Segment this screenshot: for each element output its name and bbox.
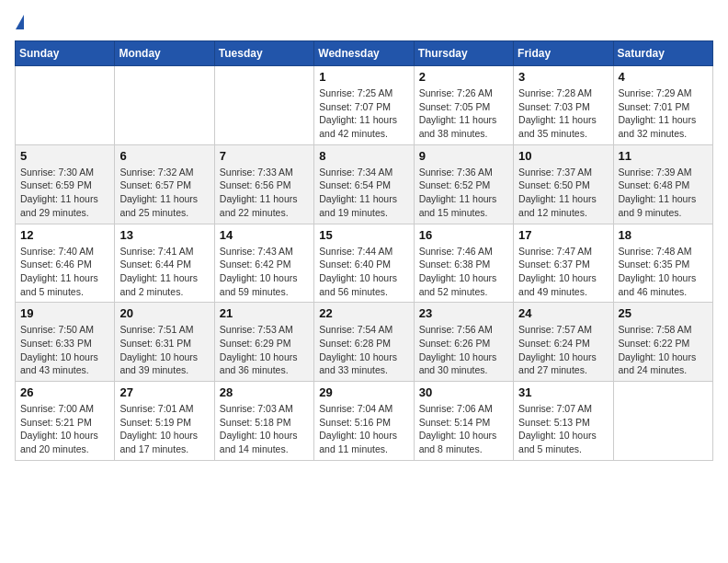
calendar-week-row: 5Sunrise: 7:30 AM Sunset: 6:59 PM Daylig… — [16, 144, 713, 224]
day-number: 25 — [619, 306, 708, 320]
calendar-cell: 25Sunrise: 7:58 AM Sunset: 6:22 PM Dayli… — [613, 303, 712, 382]
day-info: Sunrise: 7:01 AM Sunset: 5:19 PM Dayligh… — [119, 402, 209, 456]
calendar-week-row: 19Sunrise: 7:50 AM Sunset: 6:33 PM Dayli… — [16, 303, 713, 382]
calendar-cell: 4Sunrise: 7:29 AM Sunset: 7:01 PM Daylig… — [613, 66, 712, 145]
day-number: 21 — [220, 306, 309, 320]
day-number: 23 — [419, 306, 508, 320]
calendar-cell: 28Sunrise: 7:03 AM Sunset: 5:18 PM Dayli… — [214, 382, 313, 461]
day-info: Sunrise: 7:58 AM Sunset: 6:22 PM Dayligh… — [619, 323, 708, 377]
day-number: 11 — [619, 149, 708, 163]
calendar-cell: 29Sunrise: 7:04 AM Sunset: 5:16 PM Dayli… — [314, 382, 414, 461]
day-number: 4 — [619, 70, 708, 84]
calendar-cell: 20Sunrise: 7:51 AM Sunset: 6:31 PM Dayli… — [115, 303, 214, 382]
day-of-week-header: Saturday — [613, 41, 712, 66]
day-info: Sunrise: 7:43 AM Sunset: 6:42 PM Dayligh… — [220, 245, 309, 299]
day-info: Sunrise: 7:34 AM Sunset: 6:54 PM Dayligh… — [319, 166, 408, 220]
calendar-cell: 15Sunrise: 7:44 AM Sunset: 6:40 PM Dayli… — [314, 224, 414, 303]
calendar-cell: 24Sunrise: 7:57 AM Sunset: 6:24 PM Dayli… — [514, 303, 613, 382]
day-number: 6 — [119, 149, 209, 163]
day-number: 5 — [20, 149, 109, 163]
day-info: Sunrise: 7:46 AM Sunset: 6:38 PM Dayligh… — [419, 245, 508, 299]
calendar-cell — [613, 382, 712, 461]
day-info: Sunrise: 7:40 AM Sunset: 6:46 PM Dayligh… — [20, 245, 109, 299]
day-number: 27 — [119, 385, 209, 399]
day-number: 16 — [419, 228, 508, 242]
day-of-week-header: Sunday — [16, 41, 115, 66]
calendar-cell — [115, 66, 214, 145]
day-number: 20 — [119, 306, 209, 320]
day-number: 14 — [220, 228, 309, 242]
calendar-cell: 6Sunrise: 7:32 AM Sunset: 6:57 PM Daylig… — [115, 144, 214, 224]
day-number: 13 — [119, 228, 209, 242]
calendar-cell: 10Sunrise: 7:37 AM Sunset: 6:50 PM Dayli… — [514, 144, 613, 224]
day-number: 22 — [319, 306, 408, 320]
day-info: Sunrise: 7:06 AM Sunset: 5:14 PM Dayligh… — [419, 402, 508, 456]
day-info: Sunrise: 7:51 AM Sunset: 6:31 PM Dayligh… — [119, 323, 209, 377]
calendar-cell: 13Sunrise: 7:41 AM Sunset: 6:44 PM Dayli… — [115, 224, 214, 303]
calendar-cell: 27Sunrise: 7:01 AM Sunset: 5:19 PM Dayli… — [115, 382, 214, 461]
calendar-table: SundayMondayTuesdayWednesdayThursdayFrid… — [15, 40, 713, 461]
day-info: Sunrise: 7:54 AM Sunset: 6:28 PM Dayligh… — [319, 323, 408, 377]
calendar-cell — [16, 66, 115, 145]
day-number: 3 — [518, 70, 608, 84]
calendar-cell: 31Sunrise: 7:07 AM Sunset: 5:13 PM Dayli… — [514, 382, 613, 461]
calendar-cell — [214, 66, 313, 145]
day-info: Sunrise: 7:47 AM Sunset: 6:37 PM Dayligh… — [518, 245, 608, 299]
day-info: Sunrise: 7:50 AM Sunset: 6:33 PM Dayligh… — [20, 323, 109, 377]
day-number: 10 — [518, 149, 608, 163]
calendar-week-row: 1Sunrise: 7:25 AM Sunset: 7:07 PM Daylig… — [16, 66, 713, 145]
calendar-cell: 18Sunrise: 7:48 AM Sunset: 6:35 PM Dayli… — [613, 224, 712, 303]
day-of-week-header: Tuesday — [214, 41, 313, 66]
calendar-cell: 16Sunrise: 7:46 AM Sunset: 6:38 PM Dayli… — [414, 224, 513, 303]
day-info: Sunrise: 7:03 AM Sunset: 5:18 PM Dayligh… — [220, 402, 309, 456]
day-info: Sunrise: 7:37 AM Sunset: 6:50 PM Dayligh… — [518, 166, 608, 220]
calendar-cell: 7Sunrise: 7:33 AM Sunset: 6:56 PM Daylig… — [214, 144, 313, 224]
page-header — [15, 15, 713, 31]
calendar-cell: 17Sunrise: 7:47 AM Sunset: 6:37 PM Dayli… — [514, 224, 613, 303]
logo-arrow-icon — [16, 15, 24, 29]
calendar-cell: 2Sunrise: 7:26 AM Sunset: 7:05 PM Daylig… — [414, 66, 513, 145]
day-info: Sunrise: 7:36 AM Sunset: 6:52 PM Dayligh… — [419, 166, 508, 220]
calendar-cell: 22Sunrise: 7:54 AM Sunset: 6:28 PM Dayli… — [314, 303, 414, 382]
day-info: Sunrise: 7:30 AM Sunset: 6:59 PM Dayligh… — [20, 166, 109, 220]
day-of-week-header: Thursday — [414, 41, 513, 66]
day-number: 8 — [319, 149, 408, 163]
day-info: Sunrise: 7:07 AM Sunset: 5:13 PM Dayligh… — [518, 402, 608, 456]
day-number: 29 — [319, 385, 408, 399]
day-info: Sunrise: 7:39 AM Sunset: 6:48 PM Dayligh… — [619, 166, 708, 220]
day-info: Sunrise: 7:00 AM Sunset: 5:21 PM Dayligh… — [20, 402, 109, 456]
day-number: 17 — [518, 228, 608, 242]
day-number: 12 — [20, 228, 109, 242]
day-info: Sunrise: 7:48 AM Sunset: 6:35 PM Dayligh… — [619, 245, 708, 299]
day-number: 1 — [319, 70, 408, 84]
day-number: 9 — [419, 149, 508, 163]
calendar-cell: 19Sunrise: 7:50 AM Sunset: 6:33 PM Dayli… — [16, 303, 115, 382]
day-number: 31 — [518, 385, 608, 399]
calendar-week-row: 12Sunrise: 7:40 AM Sunset: 6:46 PM Dayli… — [16, 224, 713, 303]
logo — [15, 15, 24, 31]
day-info: Sunrise: 7:04 AM Sunset: 5:16 PM Dayligh… — [319, 402, 408, 456]
calendar-cell: 3Sunrise: 7:28 AM Sunset: 7:03 PM Daylig… — [514, 66, 613, 145]
day-info: Sunrise: 7:41 AM Sunset: 6:44 PM Dayligh… — [119, 245, 209, 299]
day-info: Sunrise: 7:26 AM Sunset: 7:05 PM Dayligh… — [419, 86, 508, 141]
calendar-cell: 9Sunrise: 7:36 AM Sunset: 6:52 PM Daylig… — [414, 144, 513, 224]
calendar-cell: 21Sunrise: 7:53 AM Sunset: 6:29 PM Dayli… — [214, 303, 313, 382]
day-number: 18 — [619, 228, 708, 242]
day-of-week-header: Friday — [514, 41, 613, 66]
calendar-cell: 8Sunrise: 7:34 AM Sunset: 6:54 PM Daylig… — [314, 144, 414, 224]
day-info: Sunrise: 7:56 AM Sunset: 6:26 PM Dayligh… — [419, 323, 508, 377]
calendar-cell: 11Sunrise: 7:39 AM Sunset: 6:48 PM Dayli… — [613, 144, 712, 224]
calendar-cell: 1Sunrise: 7:25 AM Sunset: 7:07 PM Daylig… — [314, 66, 414, 145]
calendar-cell: 26Sunrise: 7:00 AM Sunset: 5:21 PM Dayli… — [16, 382, 115, 461]
day-number: 19 — [20, 306, 109, 320]
day-number: 28 — [220, 385, 309, 399]
calendar-cell: 14Sunrise: 7:43 AM Sunset: 6:42 PM Dayli… — [214, 224, 313, 303]
day-info: Sunrise: 7:33 AM Sunset: 6:56 PM Dayligh… — [220, 166, 309, 220]
day-info: Sunrise: 7:28 AM Sunset: 7:03 PM Dayligh… — [518, 86, 608, 141]
day-of-week-header: Wednesday — [314, 41, 414, 66]
day-info: Sunrise: 7:44 AM Sunset: 6:40 PM Dayligh… — [319, 245, 408, 299]
day-number: 30 — [419, 385, 508, 399]
calendar-week-row: 26Sunrise: 7:00 AM Sunset: 5:21 PM Dayli… — [16, 382, 713, 461]
calendar-cell: 12Sunrise: 7:40 AM Sunset: 6:46 PM Dayli… — [16, 224, 115, 303]
day-of-week-header: Monday — [115, 41, 214, 66]
